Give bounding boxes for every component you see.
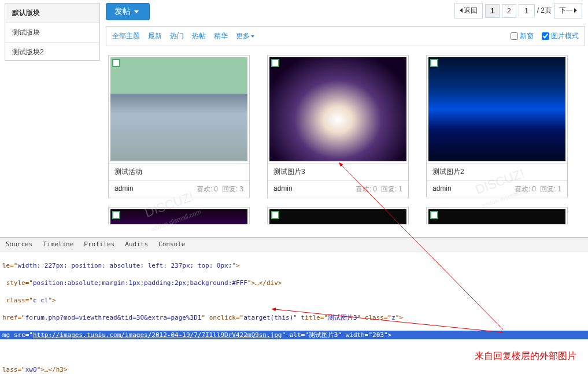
devtools-tab-timeline[interactable]: Timeline: [43, 240, 73, 248]
thread-image[interactable]: [428, 57, 565, 161]
thread-image[interactable]: [110, 57, 247, 161]
filter-hot[interactable]: 热门: [170, 31, 184, 41]
thread-image[interactable]: [428, 209, 565, 224]
chevron-left-icon: [460, 8, 463, 13]
filter-essence[interactable]: 精华: [214, 31, 228, 41]
filter-all[interactable]: 全部主题: [112, 31, 140, 41]
filter-latest[interactable]: 最新: [148, 31, 162, 41]
page-total: / 2页: [537, 6, 552, 16]
sidebar: 默认版块 测试版块 测试版块2: [5, 3, 100, 61]
thread-title[interactable]: 测试图片2: [427, 163, 567, 180]
select-checkbox[interactable]: [112, 211, 120, 219]
filter-more[interactable]: 更多: [236, 31, 254, 41]
filter-hotpost[interactable]: 热帖: [192, 31, 206, 41]
back-button[interactable]: 返回: [454, 3, 483, 18]
thread-stats: 喜欢: 0 回复: 1: [515, 184, 561, 194]
new-post-button[interactable]: 发帖: [106, 3, 150, 20]
thread-grid-row2: [106, 207, 585, 224]
page-2-button[interactable]: 2: [502, 4, 516, 18]
thread-card[interactable]: 测试图片2 admin 喜欢: 0 回复: 1: [426, 55, 568, 198]
devtools-tab-profiles[interactable]: Profiles: [84, 240, 114, 248]
main-content: 发帖 返回 1 2 / 2页 下一 全部主题 最新 热门 热帖 精华 更多 新窗…: [100, 0, 588, 237]
next-button[interactable]: 下一: [554, 3, 582, 18]
annotation-text: 来自回复楼层的外部图片: [475, 350, 576, 362]
thread-stats: 喜欢: 0 回复: 1: [356, 184, 402, 194]
thread-title[interactable]: 测试图片3: [268, 163, 408, 180]
devtools-tab-sources[interactable]: Sources: [6, 240, 32, 248]
devtools-tab-audits[interactable]: Audits: [125, 240, 148, 248]
page-input[interactable]: [519, 4, 535, 17]
select-checkbox[interactable]: [271, 59, 279, 67]
thread-author[interactable]: admin: [432, 184, 452, 194]
dropdown-icon: [251, 35, 254, 38]
post-button-label: 发帖: [114, 6, 131, 17]
pagination: 返回 1 2 / 2页 下一: [454, 3, 582, 18]
filter-bar: 全部主题 最新 热门 热帖 精华 更多 新窗 图片模式: [106, 26, 585, 46]
sidebar-item-default[interactable]: 默认版块: [5, 3, 99, 23]
devtools-tab-console[interactable]: Console: [158, 240, 185, 248]
thread-card[interactable]: [108, 207, 250, 224]
sidebar-item-test1[interactable]: 测试版块: [5, 23, 99, 43]
thread-image[interactable]: [269, 57, 406, 161]
thread-image[interactable]: [269, 209, 406, 224]
thread-grid: 测试活动 admin 喜欢: 0 回复: 3 测试图片3 admin 喜欢: 0…: [106, 55, 585, 198]
sidebar-item-test2[interactable]: 测试版块2: [5, 43, 99, 62]
thread-title[interactable]: 测试活动: [109, 163, 249, 180]
thread-card[interactable]: [267, 207, 409, 224]
new-window-checkbox[interactable]: 新窗: [511, 31, 534, 41]
select-checkbox[interactable]: [430, 211, 438, 219]
dropdown-icon: [134, 10, 139, 13]
select-checkbox[interactable]: [271, 211, 279, 219]
page-1-button[interactable]: 1: [485, 4, 500, 18]
thread-author[interactable]: admin: [273, 184, 293, 194]
thread-card[interactable]: [426, 207, 568, 224]
chevron-right-icon: [574, 8, 577, 13]
thread-card[interactable]: 测试图片3 admin 喜欢: 0 回复: 1: [267, 55, 409, 198]
devtools-tabs: Sources Timeline Profiles Audits Console: [0, 238, 588, 251]
thread-card[interactable]: 测试活动 admin 喜欢: 0 回复: 3: [108, 55, 250, 198]
select-checkbox[interactable]: [430, 59, 438, 67]
thread-image[interactable]: [110, 209, 247, 224]
image-mode-checkbox[interactable]: 图片模式: [542, 31, 579, 41]
thread-stats: 喜欢: 0 回复: 3: [197, 184, 243, 194]
select-checkbox[interactable]: [112, 59, 120, 67]
thread-author[interactable]: admin: [114, 184, 134, 194]
